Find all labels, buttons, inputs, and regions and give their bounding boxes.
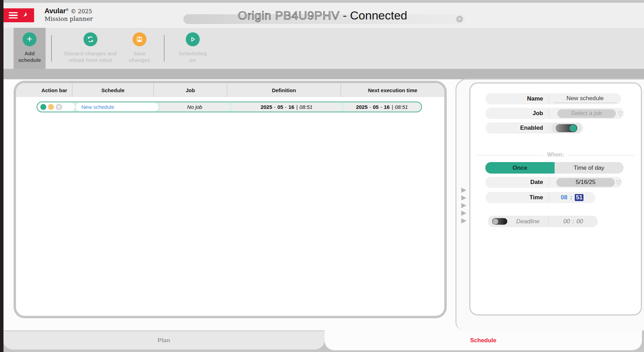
- robot-selector[interactable]: ▼: [183, 14, 466, 24]
- save-changes-label: Save: [129, 50, 150, 57]
- job-label: Job: [485, 110, 549, 117]
- collapse-arrow-icon[interactable]: ▶: [461, 202, 467, 208]
- enabled-label: Enabled: [485, 125, 549, 131]
- plus-icon: +: [23, 32, 37, 46]
- page-root: Avular®© 2025 Mission planner ▼ Origin P…: [0, 0, 644, 352]
- job-select[interactable]: Select a job: [557, 109, 616, 118]
- deadline-hours-input[interactable]: 00: [563, 218, 570, 225]
- date-select-dropdown-icon[interactable]: ▽: [616, 179, 621, 186]
- scheduling-on-button[interactable]: Scheduling on: [172, 28, 214, 69]
- date-select[interactable]: 5/16/25: [556, 178, 615, 187]
- scheduling-on-label: Scheduling: [179, 50, 207, 57]
- time-label: Time: [485, 194, 549, 201]
- reload-icon: [84, 32, 97, 46]
- column-header-job: Job: [154, 83, 227, 97]
- time-hours-input[interactable]: 08: [561, 194, 567, 201]
- when-mode-tabs: Once Time of day: [485, 162, 623, 174]
- collapse-panel-handle[interactable]: ▶ ▶ ▶ ▶ ▶: [459, 80, 469, 330]
- tab-schedule[interactable]: Schedule: [325, 330, 642, 350]
- window-left-edge: [0, 0, 3, 352]
- schedule-table: Action bar Schedule Job Definition Next …: [14, 81, 447, 318]
- deadline-minutes-input[interactable]: 00: [577, 218, 583, 225]
- collapse-arrow-icon[interactable]: ▶: [461, 217, 467, 224]
- save-changes-button[interactable]: Save changes: [120, 28, 159, 69]
- toolbar: + Add schedule Discard changes and reloa…: [3, 28, 644, 69]
- hamburger-icon: [9, 12, 18, 19]
- deadline-label: Deadline: [507, 218, 548, 225]
- registered-mark: ®: [66, 8, 69, 12]
- column-header-schedule: Schedule: [72, 83, 154, 97]
- save-icon: [133, 32, 146, 46]
- tab-time-of-day[interactable]: Time of day: [555, 162, 624, 174]
- date-label: Date: [485, 179, 549, 186]
- row-job: No job: [159, 103, 230, 111]
- brand-name: Avular: [45, 7, 66, 15]
- schedule-detail-container: ▶ ▶ ▶ ▶ ▶ Name New schedule Job Select a…: [455, 79, 644, 330]
- when-section: When:: [470, 152, 641, 158]
- collapse-arrow-icon[interactable]: ▶: [461, 194, 467, 201]
- column-header-action-bar: Action bar: [37, 83, 72, 97]
- app-subtitle: Mission planner: [45, 15, 93, 23]
- robot-selector-dropdown-icon[interactable]: ▼: [456, 16, 463, 23]
- when-label: When:: [543, 152, 569, 158]
- avular-pennant-icon: [22, 11, 29, 19]
- deadline-row: Deadline 00:00: [488, 216, 598, 227]
- toolbar-shadow-band: [3, 69, 644, 79]
- job-select-dropdown-icon[interactable]: ▽: [618, 110, 622, 117]
- row-next-execution: 2025-05-16|08:51: [343, 103, 421, 111]
- tab-once[interactable]: Once: [485, 162, 555, 174]
- row-schedule-name[interactable]: New schedule: [76, 103, 158, 111]
- table-body: New schedule No job 2025-05-16|08:51 202…: [16, 97, 444, 112]
- collapse-arrow-icon[interactable]: ▶: [461, 209, 467, 216]
- tab-plan[interactable]: Plan: [3, 331, 325, 350]
- enabled-toggle[interactable]: [556, 124, 577, 132]
- delete-schedule-button[interactable]: [56, 104, 62, 110]
- toolbar-divider: [51, 35, 52, 62]
- modified-indicator-icon[interactable]: [48, 104, 54, 110]
- name-label: Name: [485, 95, 549, 102]
- column-header-definition: Definition: [227, 83, 341, 97]
- name-row: Name New schedule: [485, 93, 621, 104]
- copyright: © 2025: [71, 8, 92, 15]
- deadline-toggle[interactable]: [492, 218, 507, 225]
- time-row: Time 08 : 51: [485, 192, 595, 203]
- schedule-row[interactable]: New schedule No job 2025-05-16|08:51 202…: [37, 102, 422, 112]
- add-schedule-label: Add: [18, 50, 41, 57]
- time-separator: :: [570, 194, 572, 201]
- row-action-bar: [38, 103, 75, 111]
- column-header-next-execution: Next execution time: [341, 83, 444, 97]
- discard-changes-label: Discard changes and: [64, 50, 117, 57]
- collapse-arrow-icon[interactable]: ▶: [461, 186, 467, 193]
- brand-block: Avular®© 2025 Mission planner: [45, 7, 93, 23]
- schedule-detail-panel: Name New schedule Job Select a job ▽ Ena…: [469, 82, 642, 315]
- play-icon: [186, 32, 200, 46]
- toolbar-divider: [164, 35, 165, 62]
- enabled-row: Enabled: [485, 122, 583, 134]
- main-menu-button[interactable]: [3, 8, 34, 22]
- row-definition: 2025-05-16|08:51: [231, 103, 342, 111]
- job-row: Job Select a job ▽: [485, 108, 624, 119]
- enabled-indicator-icon[interactable]: [40, 104, 46, 110]
- deadline-separator: :: [572, 218, 574, 225]
- add-schedule-button[interactable]: + Add schedule: [14, 28, 46, 69]
- name-input[interactable]: New schedule: [554, 95, 617, 103]
- date-row: Date 5/16/25 ▽: [485, 177, 622, 188]
- time-minutes-input[interactable]: 51: [575, 194, 583, 201]
- discard-changes-button[interactable]: Discard changes and reload from robot: [59, 28, 122, 69]
- app-header: Avular®© 2025 Mission planner ▼ Origin P…: [3, 3, 644, 28]
- table-header: Action bar Schedule Job Definition Next …: [16, 83, 444, 97]
